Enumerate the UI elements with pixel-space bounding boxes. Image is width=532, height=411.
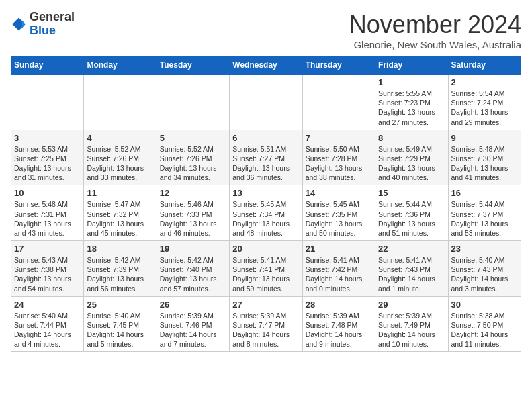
day-info-line: Sunset: 7:43 PM xyxy=(378,265,445,274)
day-info-line: Sunrise: 5:48 AM xyxy=(451,144,518,154)
svg-marker-1 xyxy=(22,20,26,28)
day-info-line: Daylight: 13 hours xyxy=(160,219,226,228)
calendar-cell xyxy=(230,75,302,130)
calendar-cell: 15Sunrise: 5:44 AMSunset: 7:36 PMDayligh… xyxy=(375,185,448,241)
day-number: 5 xyxy=(160,133,226,143)
day-number: 4 xyxy=(87,133,153,143)
day-info-line: Daylight: 13 hours xyxy=(160,163,226,173)
day-info-line: and 11 minutes. xyxy=(451,339,518,349)
day-number: 22 xyxy=(378,244,445,254)
calendar-cell: 10Sunrise: 5:48 AMSunset: 7:31 PMDayligh… xyxy=(11,185,84,241)
page-header: General Blue November 2024 Glenorie, New… xyxy=(11,11,521,50)
day-number: 14 xyxy=(306,188,372,198)
day-info-line: Sunset: 7:45 PM xyxy=(87,320,153,330)
day-info-line: Daylight: 14 hours xyxy=(378,330,445,339)
day-info-line: Daylight: 13 hours xyxy=(14,274,81,283)
day-number: 16 xyxy=(451,188,518,198)
day-info-line: and 4 minutes. xyxy=(14,339,81,349)
day-number: 18 xyxy=(87,244,153,254)
weekday-header: Friday xyxy=(375,56,448,75)
day-info-line: and 38 minutes. xyxy=(306,173,372,182)
day-info-line: Sunset: 7:41 PM xyxy=(232,265,299,274)
day-info-line: Sunset: 7:24 PM xyxy=(451,98,518,107)
day-number: 23 xyxy=(451,244,518,254)
calendar-cell: 9Sunrise: 5:48 AMSunset: 7:30 PMDaylight… xyxy=(448,130,521,185)
calendar-cell: 22Sunrise: 5:41 AMSunset: 7:43 PMDayligh… xyxy=(375,241,448,297)
day-info-line: and 7 minutes. xyxy=(160,339,226,349)
day-info-line: Sunrise: 5:43 AM xyxy=(14,255,81,265)
day-info-line: Sunset: 7:48 PM xyxy=(306,320,372,330)
day-info-line: Daylight: 13 hours xyxy=(451,163,518,173)
day-info-line: Sunset: 7:29 PM xyxy=(378,154,445,163)
calendar-cell: 6Sunrise: 5:51 AMSunset: 7:27 PMDaylight… xyxy=(230,130,302,185)
calendar-cell xyxy=(157,75,229,130)
logo-general-text: General xyxy=(30,10,75,24)
day-number: 28 xyxy=(306,300,372,310)
day-number: 21 xyxy=(306,244,372,254)
day-info-line: Daylight: 13 hours xyxy=(14,219,81,228)
day-info-line: Sunrise: 5:38 AM xyxy=(451,311,518,320)
day-info-line: and 33 minutes. xyxy=(87,173,153,182)
calendar-cell: 7Sunrise: 5:50 AMSunset: 7:28 PMDaylight… xyxy=(302,130,375,185)
day-number: 30 xyxy=(451,300,518,310)
day-info-line: and 31 minutes. xyxy=(14,173,81,182)
day-info-line: and 54 minutes. xyxy=(14,284,81,293)
day-info-line: and 1 minute. xyxy=(378,284,445,293)
calendar-cell: 14Sunrise: 5:45 AMSunset: 7:35 PMDayligh… xyxy=(302,185,375,241)
day-info-line: Daylight: 13 hours xyxy=(306,163,372,173)
day-info-line: and 46 minutes. xyxy=(160,228,226,238)
day-info-line: Sunset: 7:25 PM xyxy=(14,154,81,163)
day-info-line: and 43 minutes. xyxy=(14,228,81,238)
day-info-line: Daylight: 13 hours xyxy=(232,219,299,228)
day-info-line: Sunset: 7:42 PM xyxy=(306,265,372,274)
day-info-line: Daylight: 13 hours xyxy=(232,163,299,173)
calendar-week-row: 24Sunrise: 5:40 AMSunset: 7:44 PMDayligh… xyxy=(11,296,521,352)
calendar-week-row: 10Sunrise: 5:48 AMSunset: 7:31 PMDayligh… xyxy=(11,185,521,241)
day-info-line: Sunset: 7:32 PM xyxy=(87,210,153,219)
calendar-week-row: 1Sunrise: 5:55 AMSunset: 7:23 PMDaylight… xyxy=(11,75,521,130)
day-info-line: Daylight: 14 hours xyxy=(232,330,299,339)
day-info-line: Sunset: 7:46 PM xyxy=(160,320,226,330)
day-info-line: Sunset: 7:34 PM xyxy=(232,210,299,219)
logo-icon xyxy=(11,16,27,32)
day-info-line: Sunset: 7:39 PM xyxy=(87,265,153,274)
day-number: 7 xyxy=(306,133,372,143)
calendar-cell: 30Sunrise: 5:38 AMSunset: 7:50 PMDayligh… xyxy=(448,296,521,352)
calendar-cell: 17Sunrise: 5:43 AMSunset: 7:38 PMDayligh… xyxy=(11,241,84,297)
calendar-table: SundayMondayTuesdayWednesdayThursdayFrid… xyxy=(11,56,521,352)
day-info-line: Daylight: 13 hours xyxy=(87,274,153,283)
calendar-cell: 24Sunrise: 5:40 AMSunset: 7:44 PMDayligh… xyxy=(11,296,84,352)
day-info-line: Daylight: 13 hours xyxy=(306,219,372,228)
day-info-line: and 50 minutes. xyxy=(306,228,372,238)
day-info-line: Sunset: 7:31 PM xyxy=(14,210,81,219)
day-info-line: Sunrise: 5:44 AM xyxy=(451,199,518,209)
calendar-cell: 27Sunrise: 5:39 AMSunset: 7:47 PMDayligh… xyxy=(230,296,302,352)
day-info-line: Sunset: 7:37 PM xyxy=(451,210,518,219)
calendar-cell: 19Sunrise: 5:42 AMSunset: 7:40 PMDayligh… xyxy=(157,241,229,297)
weekday-header-row: SundayMondayTuesdayWednesdayThursdayFrid… xyxy=(11,56,521,75)
calendar-cell: 25Sunrise: 5:40 AMSunset: 7:45 PMDayligh… xyxy=(84,296,157,352)
day-info-line: Sunrise: 5:40 AM xyxy=(87,311,153,320)
logo-blue-text: Blue xyxy=(30,24,56,37)
calendar-cell: 1Sunrise: 5:55 AMSunset: 7:23 PMDaylight… xyxy=(375,75,448,130)
day-number: 2 xyxy=(451,77,518,87)
weekday-header: Sunday xyxy=(11,56,84,75)
day-number: 8 xyxy=(378,133,445,143)
calendar-cell: 8Sunrise: 5:49 AMSunset: 7:29 PMDaylight… xyxy=(375,130,448,185)
day-info-line: Sunrise: 5:47 AM xyxy=(87,199,153,209)
calendar-cell: 2Sunrise: 5:54 AMSunset: 7:24 PMDaylight… xyxy=(448,75,521,130)
day-number: 9 xyxy=(451,133,518,143)
day-info-line: Daylight: 13 hours xyxy=(451,219,518,228)
day-info-line: Sunrise: 5:39 AM xyxy=(378,311,445,320)
day-info-line: and 45 minutes. xyxy=(87,228,153,238)
day-info-line: Sunset: 7:40 PM xyxy=(160,265,226,274)
day-info-line: Sunrise: 5:40 AM xyxy=(451,255,518,265)
day-number: 15 xyxy=(378,188,445,198)
day-info-line: Sunrise: 5:39 AM xyxy=(306,311,372,320)
day-info-line: Sunrise: 5:44 AM xyxy=(378,199,445,209)
calendar-cell: 13Sunrise: 5:45 AMSunset: 7:34 PMDayligh… xyxy=(230,185,302,241)
day-info-line: and 57 minutes. xyxy=(160,284,226,293)
day-number: 24 xyxy=(14,300,81,310)
day-info-line: Sunrise: 5:49 AM xyxy=(378,144,445,154)
day-info-line: Daylight: 13 hours xyxy=(14,163,81,173)
